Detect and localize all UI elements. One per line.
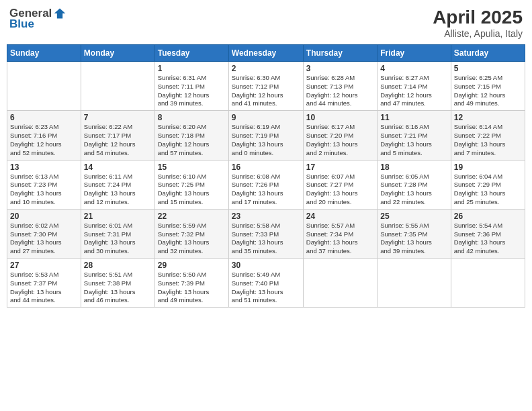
- weekday-header: Monday: [81, 45, 154, 62]
- day-number: 16: [232, 163, 300, 172]
- day-number: 23: [232, 212, 300, 221]
- day-info: Sunrise: 6:08 AM Sunset: 7:26 PM Dayligh…: [232, 173, 300, 207]
- day-number: 28: [84, 261, 152, 270]
- calendar-cell: [81, 62, 154, 111]
- calendar-week-row: 6Sunrise: 6:23 AM Sunset: 7:16 PM Daylig…: [7, 111, 525, 160]
- calendar-cell: 21Sunrise: 6:01 AM Sunset: 7:31 PM Dayli…: [81, 209, 154, 258]
- subtitle: Alliste, Apulia, Italy: [433, 28, 523, 39]
- day-info: Sunrise: 6:31 AM Sunset: 7:11 PM Dayligh…: [158, 74, 226, 108]
- day-info: Sunrise: 6:22 AM Sunset: 7:17 PM Dayligh…: [84, 123, 152, 157]
- calendar-cell: [7, 62, 81, 111]
- day-info: Sunrise: 6:05 AM Sunset: 7:28 PM Dayligh…: [380, 173, 447, 207]
- day-number: 7: [84, 113, 152, 122]
- day-info: Sunrise: 6:30 AM Sunset: 7:12 PM Dayligh…: [232, 74, 300, 108]
- calendar-cell: 10Sunrise: 6:17 AM Sunset: 7:20 PM Dayli…: [303, 111, 377, 160]
- day-number: 4: [380, 64, 447, 73]
- calendar-cell: 3Sunrise: 6:28 AM Sunset: 7:13 PM Daylig…: [303, 62, 377, 111]
- calendar-cell: [378, 259, 451, 308]
- weekday-header: Thursday: [303, 45, 377, 62]
- calendar-cell: [303, 259, 377, 308]
- calendar-week-row: 1Sunrise: 6:31 AM Sunset: 7:11 PM Daylig…: [7, 62, 525, 111]
- day-number: 19: [454, 163, 522, 172]
- calendar-cell: 22Sunrise: 5:59 AM Sunset: 7:32 PM Dayli…: [154, 209, 228, 258]
- day-number: 17: [306, 163, 374, 172]
- day-info: Sunrise: 5:57 AM Sunset: 7:34 PM Dayligh…: [306, 222, 374, 256]
- day-info: Sunrise: 6:23 AM Sunset: 7:16 PM Dayligh…: [10, 123, 78, 157]
- calendar-cell: 13Sunrise: 6:13 AM Sunset: 7:23 PM Dayli…: [7, 160, 81, 209]
- calendar-cell: 20Sunrise: 6:02 AM Sunset: 7:30 PM Dayli…: [7, 209, 81, 258]
- day-info: Sunrise: 6:20 AM Sunset: 7:18 PM Dayligh…: [158, 123, 226, 157]
- day-info: Sunrise: 6:04 AM Sunset: 7:29 PM Dayligh…: [454, 173, 522, 207]
- calendar-cell: 1Sunrise: 6:31 AM Sunset: 7:11 PM Daylig…: [154, 62, 228, 111]
- day-info: Sunrise: 6:10 AM Sunset: 7:25 PM Dayligh…: [158, 173, 226, 207]
- calendar-cell: 7Sunrise: 6:22 AM Sunset: 7:17 PM Daylig…: [81, 111, 154, 160]
- calendar-cell: 19Sunrise: 6:04 AM Sunset: 7:29 PM Dayli…: [451, 160, 525, 209]
- header: General Blue April 2025 Alliste, Apulia,…: [7, 7, 525, 39]
- day-info: Sunrise: 5:55 AM Sunset: 7:35 PM Dayligh…: [380, 222, 447, 256]
- day-info: Sunrise: 5:59 AM Sunset: 7:32 PM Dayligh…: [158, 222, 226, 256]
- day-info: Sunrise: 6:14 AM Sunset: 7:22 PM Dayligh…: [454, 123, 522, 157]
- calendar-cell: 27Sunrise: 5:53 AM Sunset: 7:37 PM Dayli…: [7, 259, 81, 308]
- logo-icon: [53, 7, 66, 20]
- day-info: Sunrise: 6:17 AM Sunset: 7:20 PM Dayligh…: [306, 123, 374, 157]
- day-info: Sunrise: 5:54 AM Sunset: 7:36 PM Dayligh…: [454, 222, 522, 256]
- calendar-cell: 4Sunrise: 6:27 AM Sunset: 7:14 PM Daylig…: [378, 62, 451, 111]
- calendar-cell: 2Sunrise: 6:30 AM Sunset: 7:12 PM Daylig…: [228, 62, 303, 111]
- calendar-cell: 15Sunrise: 6:10 AM Sunset: 7:25 PM Dayli…: [154, 160, 228, 209]
- weekday-header: Saturday: [451, 45, 525, 62]
- calendar-cell: 9Sunrise: 6:19 AM Sunset: 7:19 PM Daylig…: [228, 111, 303, 160]
- calendar-cell: 8Sunrise: 6:20 AM Sunset: 7:18 PM Daylig…: [154, 111, 228, 160]
- day-info: Sunrise: 5:50 AM Sunset: 7:39 PM Dayligh…: [158, 271, 226, 305]
- calendar-cell: 23Sunrise: 5:58 AM Sunset: 7:33 PM Dayli…: [228, 209, 303, 258]
- weekday-header: Sunday: [7, 45, 81, 62]
- day-number: 10: [306, 113, 374, 122]
- day-number: 15: [158, 163, 226, 172]
- day-number: 25: [380, 212, 447, 221]
- day-info: Sunrise: 6:01 AM Sunset: 7:31 PM Dayligh…: [84, 222, 152, 256]
- day-info: Sunrise: 6:02 AM Sunset: 7:30 PM Dayligh…: [10, 222, 78, 256]
- calendar-cell: 28Sunrise: 5:51 AM Sunset: 7:38 PM Dayli…: [81, 259, 154, 308]
- day-info: Sunrise: 6:25 AM Sunset: 7:15 PM Dayligh…: [454, 74, 522, 108]
- day-number: 22: [158, 212, 226, 221]
- calendar-cell: 17Sunrise: 6:07 AM Sunset: 7:27 PM Dayli…: [303, 160, 377, 209]
- day-info: Sunrise: 6:07 AM Sunset: 7:27 PM Dayligh…: [306, 173, 374, 207]
- day-info: Sunrise: 6:27 AM Sunset: 7:14 PM Dayligh…: [380, 74, 447, 108]
- day-number: 6: [10, 113, 78, 122]
- calendar: SundayMondayTuesdayWednesdayThursdayFrid…: [7, 44, 525, 308]
- calendar-week-row: 27Sunrise: 5:53 AM Sunset: 7:37 PM Dayli…: [7, 259, 525, 308]
- day-number: 18: [380, 163, 447, 172]
- day-info: Sunrise: 6:28 AM Sunset: 7:13 PM Dayligh…: [306, 74, 374, 108]
- weekday-header-row: SundayMondayTuesdayWednesdayThursdayFrid…: [7, 45, 525, 62]
- day-number: 8: [158, 113, 226, 122]
- calendar-cell: 24Sunrise: 5:57 AM Sunset: 7:34 PM Dayli…: [303, 209, 377, 258]
- calendar-cell: 5Sunrise: 6:25 AM Sunset: 7:15 PM Daylig…: [451, 62, 525, 111]
- logo-blue: Blue: [9, 17, 34, 31]
- title-section: April 2025 Alliste, Apulia, Italy: [433, 7, 523, 39]
- day-number: 1: [158, 64, 226, 73]
- main-title: April 2025: [433, 7, 523, 28]
- calendar-cell: 16Sunrise: 6:08 AM Sunset: 7:26 PM Dayli…: [228, 160, 303, 209]
- day-number: 5: [454, 64, 522, 73]
- weekday-header: Friday: [378, 45, 451, 62]
- day-info: Sunrise: 5:53 AM Sunset: 7:37 PM Dayligh…: [10, 271, 78, 305]
- day-number: 20: [10, 212, 78, 221]
- calendar-cell: 30Sunrise: 5:49 AM Sunset: 7:40 PM Dayli…: [228, 259, 303, 308]
- svg-marker-0: [54, 9, 66, 19]
- day-number: 3: [306, 64, 374, 73]
- day-number: 14: [84, 163, 152, 172]
- day-info: Sunrise: 6:13 AM Sunset: 7:23 PM Dayligh…: [10, 173, 78, 207]
- calendar-cell: 11Sunrise: 6:16 AM Sunset: 7:21 PM Dayli…: [378, 111, 451, 160]
- calendar-cell: 14Sunrise: 6:11 AM Sunset: 7:24 PM Dayli…: [81, 160, 154, 209]
- calendar-cell: 29Sunrise: 5:50 AM Sunset: 7:39 PM Dayli…: [154, 259, 228, 308]
- day-number: 30: [232, 261, 300, 270]
- logo: General Blue: [9, 7, 66, 31]
- calendar-cell: 25Sunrise: 5:55 AM Sunset: 7:35 PM Dayli…: [378, 209, 451, 258]
- calendar-cell: [451, 259, 525, 308]
- weekday-header: Wednesday: [228, 45, 303, 62]
- calendar-cell: 26Sunrise: 5:54 AM Sunset: 7:36 PM Dayli…: [451, 209, 525, 258]
- weekday-header: Tuesday: [154, 45, 228, 62]
- day-number: 9: [232, 113, 300, 122]
- day-number: 24: [306, 212, 374, 221]
- day-number: 11: [380, 113, 447, 122]
- day-number: 26: [454, 212, 522, 221]
